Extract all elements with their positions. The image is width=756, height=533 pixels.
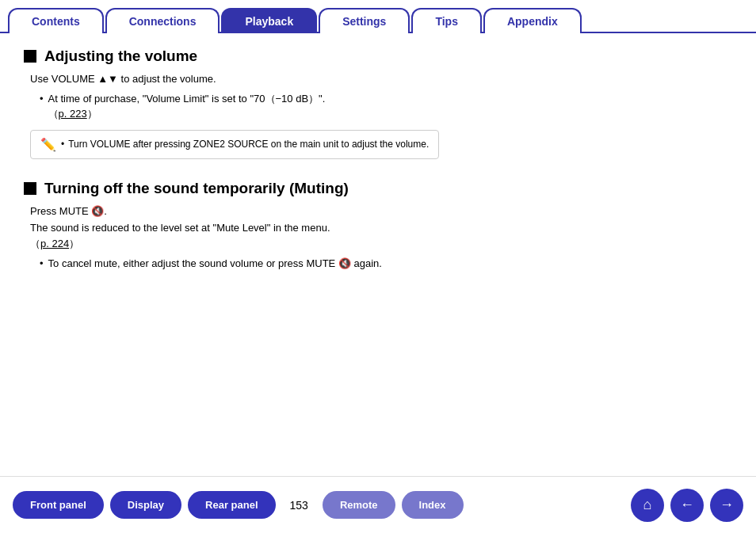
note-bullet1: Turn VOLUME after pressing ZONE2 SOURCE … — [61, 137, 429, 151]
remote-button[interactable]: Remote — [323, 491, 395, 519]
bottom-nav-right: ⌂ ← → — [631, 489, 743, 522]
front-panel-button[interactable]: Front panel — [13, 491, 104, 519]
home-icon: ⌂ — [643, 497, 652, 513]
back-button[interactable]: ← — [670, 489, 704, 522]
display-button[interactable]: Display — [110, 491, 181, 519]
section1-content: Use VOLUME ▲▼ to adjust the volume. At t… — [27, 71, 732, 167]
rear-panel-button[interactable]: Rear panel — [188, 491, 275, 519]
section2-line1: Press MUTE 🔇. — [30, 204, 732, 220]
index-button[interactable]: Index — [402, 491, 464, 519]
bottom-nav-left: Front panel Display Rear panel 153 Remot… — [13, 491, 464, 519]
section2-bullet1: To cancel mute, either adjust the sound … — [40, 256, 732, 272]
section2: Turning off the sound temporarily (Mutin… — [24, 180, 732, 272]
section2-line2: The sound is reduced to the level set at… — [30, 220, 732, 253]
bottom-navigation: Front panel Display Rear panel 153 Remot… — [0, 476, 756, 533]
section1-intro: Use VOLUME ▲▼ to adjust the volume. — [30, 71, 732, 88]
tab-appendix[interactable]: Appendix — [483, 8, 582, 33]
tab-tips[interactable]: Tips — [411, 8, 482, 33]
section2-icon — [24, 182, 36, 195]
tab-connections[interactable]: Connections — [105, 8, 220, 33]
back-icon: ← — [680, 497, 694, 513]
section1-link1[interactable]: p. 223 — [59, 108, 87, 120]
section1-icon — [24, 50, 36, 63]
section2-content: Press MUTE 🔇. The sound is reduced to th… — [27, 204, 732, 272]
section1-title: Adjusting the volume — [24, 48, 732, 65]
forward-icon: → — [720, 497, 734, 513]
forward-button[interactable]: → — [710, 489, 743, 522]
tab-navigation: Contents Connections Playback Settings T… — [0, 0, 756, 33]
section2-link1[interactable]: p. 224 — [40, 238, 69, 249]
main-content: Adjusting the volume Use VOLUME ▲▼ to ad… — [0, 33, 756, 280]
tab-contents[interactable]: Contents — [8, 8, 104, 33]
note-icon: ✏️ — [40, 137, 56, 152]
section2-title: Turning off the sound temporarily (Mutin… — [24, 180, 732, 197]
section1-bullet1: At time of purchase, "Volume Limit" is s… — [40, 91, 732, 122]
tab-settings[interactable]: Settings — [319, 8, 410, 33]
page-number: 153 — [290, 499, 308, 512]
note-box: ✏️ Turn VOLUME after pressing ZONE2 SOUR… — [30, 130, 439, 159]
tab-playback[interactable]: Playback — [221, 8, 317, 33]
home-button[interactable]: ⌂ — [631, 489, 664, 522]
